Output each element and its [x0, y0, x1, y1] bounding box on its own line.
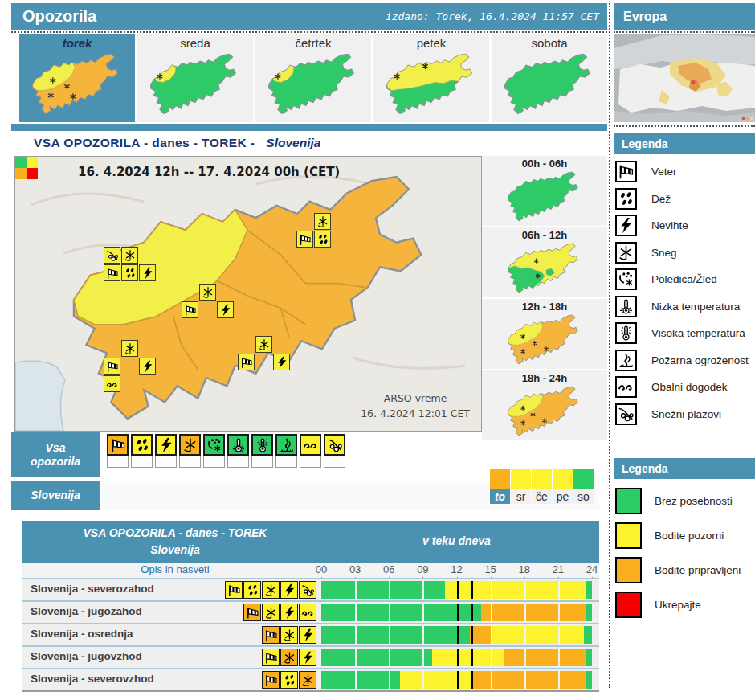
- europe-map[interactable]: [614, 34, 755, 122]
- timeline-gridline: [355, 649, 357, 666]
- timeline-gridline: [524, 626, 526, 644]
- timeline-gridline: [389, 581, 390, 599]
- snow-icon: [121, 340, 138, 357]
- warning-type-wind: [107, 434, 129, 468]
- timeline-gridline: [422, 649, 424, 666]
- day-select-label[interactable]: pe: [553, 489, 573, 504]
- wind-icon: [238, 354, 255, 370]
- timeline-gridline: [558, 581, 560, 599]
- timeline-gridline: [389, 671, 390, 689]
- day-level-square: [511, 469, 531, 489]
- timeline-gridline: [491, 671, 492, 689]
- wind-icon: [615, 161, 637, 182]
- section-title-region: Slovenija: [266, 136, 320, 150]
- current-time-marker: [457, 581, 459, 599]
- timeline-gridline: [422, 671, 424, 689]
- snow-icon: [314, 213, 331, 230]
- day-select-so[interactable]: so: [573, 469, 594, 504]
- map-attribution-source: ARSO vreme: [361, 391, 470, 406]
- day-select-sr[interactable]: sr: [511, 469, 531, 504]
- page: Opozorila izdano: Torek, 16.4.2024 11:57…: [0, 0, 755, 700]
- timeline-gridline: [389, 604, 390, 621]
- warning-type-empty-cell: [324, 456, 345, 468]
- snow-icon: [280, 649, 298, 666]
- table-subheader: Opis in nasveti 000306091215182124: [22, 563, 599, 578]
- avalanche-icon: [299, 581, 316, 599]
- day-select-pe[interactable]: pe: [553, 469, 573, 504]
- legend-item-wave: Obalni dogodek: [614, 374, 755, 401]
- legend-level-label: Bodite pripravljeni: [655, 564, 741, 576]
- warning-type-empty-cell: [155, 456, 177, 468]
- snow-icon: [299, 671, 316, 689]
- hour-label-12: 12: [445, 563, 469, 575]
- avalanche-icon: [104, 247, 120, 264]
- legend-level-label: Brez posebnosti: [655, 495, 733, 507]
- region-warning-icons: [243, 604, 316, 621]
- legend-item-label: Obalni dogodek: [651, 381, 728, 393]
- day-tab-label: torek: [63, 36, 92, 53]
- day-select-label[interactable]: so: [573, 489, 594, 504]
- day-select-to[interactable]: to: [490, 469, 510, 504]
- warning-type-empty-cell: [300, 456, 321, 468]
- level-swatch: [615, 592, 642, 618]
- timeline-gridline: [558, 626, 560, 644]
- timeline-segment-green: [586, 671, 592, 689]
- current-time-marker: [471, 604, 473, 621]
- timeline-gridline: [491, 649, 492, 666]
- day-tab-petek[interactable]: petek: [373, 34, 489, 122]
- timeline-segment-yellow: [445, 581, 585, 599]
- day-selector: to sr če pe so: [490, 469, 594, 504]
- day-tab-sobota[interactable]: sobota: [492, 34, 607, 122]
- time-map-image: [497, 243, 592, 297]
- legend-item-rain: Dež: [614, 186, 755, 213]
- legend-level-label: Bodite pozorni: [655, 530, 724, 542]
- map-terrain: [15, 157, 481, 431]
- all-warnings-label-1: Vsa: [46, 441, 66, 454]
- wind-icon: [104, 264, 120, 281]
- current-time-marker: [457, 604, 459, 621]
- wind-icon: [262, 626, 280, 644]
- day-select-label[interactable]: sr: [511, 489, 531, 504]
- day-tab-četrtek[interactable]: četrtek: [255, 34, 371, 122]
- region-timeline: [321, 671, 592, 689]
- timeline-segment-green: [321, 649, 432, 666]
- day-level-square: [490, 469, 510, 489]
- europe-header: Evropa: [614, 3, 755, 30]
- fire-icon: [615, 350, 637, 371]
- map-validity-period: 16. 4.2024 12h -- 17. 4.2024 00h (CET): [78, 165, 340, 179]
- time-map-image: [497, 171, 592, 226]
- level-key: [15, 157, 38, 179]
- region-warning-icons: [262, 649, 316, 666]
- legend-item-label: Nizka temperatura: [651, 301, 740, 313]
- day-select-če[interactable]: če: [532, 469, 552, 504]
- warning-type-empty-cell: [251, 456, 273, 468]
- timeline-segment-green: [584, 626, 592, 644]
- day-tab-torek[interactable]: torek: [19, 34, 135, 122]
- all-warnings-label: Vsa opozorila: [11, 432, 100, 477]
- warning-type-empty-cell: [275, 456, 297, 468]
- warning-type-empty-cell: [227, 456, 249, 468]
- timeline-segment-orange: [470, 626, 492, 644]
- warning-type-avalanche: [324, 434, 345, 468]
- day-tab-sreda[interactable]: sreda: [137, 34, 253, 122]
- time-map-00h-06h: 00h - 06h: [482, 156, 607, 226]
- section-title-text: VSA OPOZORILA - danes - TOREK -: [34, 136, 255, 150]
- level-key-green: [15, 157, 27, 168]
- hour-label-00: 00: [309, 563, 333, 575]
- day-select-label[interactable]: če: [532, 489, 552, 504]
- timeline-segment-green: [321, 581, 445, 599]
- region-warning-icons: [262, 626, 316, 644]
- divider: [609, 3, 610, 688]
- time-map-label: 06h - 12h: [522, 229, 567, 243]
- legend-item-label: Nevihte: [651, 219, 688, 231]
- timeline-segment-green: [586, 604, 592, 621]
- hightemp-icon: [615, 322, 637, 344]
- current-time-marker: [457, 671, 459, 689]
- region-timeline: [321, 649, 592, 666]
- day-select-label[interactable]: to: [490, 489, 510, 504]
- timeline-segment-green: [586, 581, 592, 599]
- snow-icon: [121, 247, 138, 264]
- legend-level-red: Ukrepajte: [614, 587, 755, 622]
- region-row-5: Slovenija - severovzhod: [22, 668, 599, 690]
- legend-level-yellow: Bodite pozorni: [614, 518, 755, 553]
